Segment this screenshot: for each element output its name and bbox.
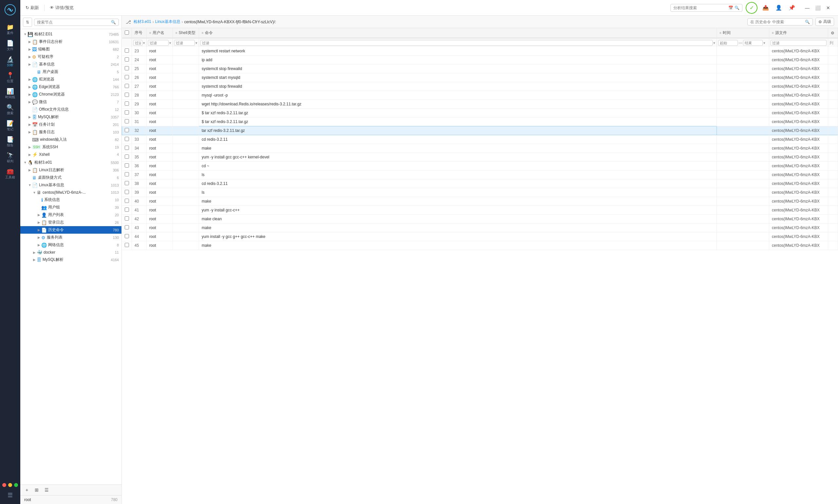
tree-search[interactable]: 🔍 <box>34 19 119 26</box>
minimize-button[interactable]: — <box>803 3 812 13</box>
row-checkbox[interactable] <box>125 199 129 203</box>
maximize-dot[interactable] <box>14 483 18 487</box>
row-checkbox-cell[interactable] <box>122 170 132 179</box>
tree-node-user-list[interactable]: ▶ 👤 用户列表 20 <box>20 211 122 219</box>
row-checkbox[interactable] <box>125 119 129 123</box>
row-checkbox[interactable] <box>125 190 129 194</box>
tree-node-office[interactable]: ▶ 📄 Office文件元信息 12 <box>20 106 122 113</box>
table-row[interactable]: 24rootip addcentos(lMwLYD-6mzA-KBX <box>122 56 838 65</box>
row-checkbox-cell[interactable] <box>122 223 132 232</box>
tree-node-jc2[interactable]: ▼ 💾 检材2.E01 73485 <box>20 31 122 38</box>
tree-node-history-cmd[interactable]: ▶ 📄 历史命令 780 <box>20 226 122 234</box>
row-checkbox-cell[interactable] <box>122 73 132 82</box>
toggle-win-input[interactable]: ▶ <box>28 138 32 141</box>
toggle-user-group[interactable]: ▶ <box>37 205 41 209</box>
status-button[interactable]: ✓ <box>746 2 757 14</box>
col-settings-icon[interactable]: 列 <box>830 40 834 45</box>
toggle-desktop-sc[interactable]: ▶ <box>28 176 32 179</box>
tree-node-desktop-sc[interactable]: ▶ 🖥 桌面快捷方式 6 <box>20 174 122 181</box>
row-checkbox[interactable] <box>125 49 129 53</box>
tree-search-input[interactable] <box>37 20 111 24</box>
table-row[interactable]: 25rootsystemctl stop firewalldcentos(lMw… <box>122 65 838 73</box>
history-search-bar[interactable]: 🔍 <box>747 18 813 25</box>
toggle-xshell[interactable]: ▶ <box>28 153 32 157</box>
table-row[interactable]: 39rootlscentos(lMwLYD-6mzA-KBX <box>122 188 838 197</box>
table-row[interactable]: 29rootwget http://download.Redis.io/rele… <box>122 100 838 109</box>
row-checkbox-cell[interactable] <box>122 241 132 250</box>
toggle-office[interactable]: ▶ <box>28 108 32 111</box>
toggle-login-log[interactable]: ▶ <box>37 220 41 224</box>
row-checkbox-cell[interactable] <box>122 91 132 100</box>
search-btn-icon[interactable]: 🔍 <box>734 5 739 10</box>
tree-node-login-log[interactable]: ▶ 📋 登录日志 26 <box>20 219 122 226</box>
refresh-button[interactable]: ↻ 刷新 <box>25 5 39 11</box>
filter-user-cell[interactable]: ▾ <box>147 39 173 47</box>
toggle-docker[interactable]: ▶ <box>32 251 37 254</box>
toggle-mysql2[interactable]: ▶ <box>32 258 37 262</box>
th-settings[interactable]: ⚙ <box>828 28 838 38</box>
table-row[interactable]: 42rootmake cleancentos(lMwLYD-6mzA-KBX <box>122 215 838 223</box>
toggle-centos[interactable]: ▼ <box>32 191 37 194</box>
toggle-service-log[interactable]: ▶ <box>28 130 32 134</box>
tree-node-user-desktop[interactable]: ▶ 🖥 用户桌面 5 <box>20 68 122 76</box>
row-checkbox-cell[interactable] <box>122 179 132 188</box>
toggle-task[interactable]: ▶ <box>28 123 32 126</box>
row-checkbox[interactable] <box>125 93 129 97</box>
row-checkbox[interactable] <box>125 225 129 230</box>
row-checkbox-cell[interactable] <box>122 188 132 197</box>
cmd-filter-input[interactable] <box>200 40 713 46</box>
row-checkbox-cell[interactable] <box>122 162 132 170</box>
sidebar-item-timeline[interactable]: 📊 时间线 <box>0 86 20 102</box>
source-filter-input[interactable] <box>770 40 826 46</box>
row-checkbox[interactable] <box>125 110 129 114</box>
filter-time-cell[interactable]: — ▾ <box>717 39 769 47</box>
table-row[interactable]: 44rootyum install -y gcc g++ gcc-c++ mak… <box>122 232 838 241</box>
user-button[interactable]: 👤 <box>774 3 784 13</box>
shell-filter-icon[interactable]: ▾ <box>195 41 197 45</box>
tree-node-event-log[interactable]: ▶ 📋 事件日志分析 10631 <box>20 38 122 46</box>
row-checkbox-cell[interactable] <box>122 56 132 65</box>
table-row[interactable]: 45rootmakecentos(lMwLYD-6mzA-KBX <box>122 241 838 250</box>
tree-list-button[interactable]: ☰ <box>42 486 50 494</box>
toggle-mysql1[interactable]: ▶ <box>28 115 32 119</box>
table-row[interactable]: 37rootlscentos(lMwLYD-6mzA-KBX <box>122 170 838 179</box>
row-checkbox[interactable] <box>125 208 129 212</box>
export-button[interactable]: 📤 <box>761 3 770 13</box>
sidebar-item-location[interactable]: 📍 位置 <box>0 70 20 86</box>
tree-node-thumbnail[interactable]: ▶ 🖼 缩略图 682 <box>20 46 122 53</box>
toggle-edge[interactable]: ▶ <box>28 85 32 89</box>
toggle-sys-info[interactable]: ▶ <box>37 198 41 202</box>
row-checkbox-cell[interactable] <box>122 47 132 56</box>
breadcrumb-item-1[interactable]: 检材3.e01 <box>133 19 151 24</box>
row-checkbox-cell[interactable] <box>122 118 132 126</box>
settings-icon[interactable]: ⚙ <box>831 31 834 35</box>
tree-grid-button[interactable]: ⊞ <box>33 486 40 494</box>
table-row[interactable]: 40rootmakecentos(lMwLYD-6mzA-KBX <box>122 197 838 206</box>
tree-node-sys-info[interactable]: ▶ ℹ 系统信息 10 <box>20 196 122 203</box>
tree-node-user-group[interactable]: ▶ 👥 用户组 39 <box>20 203 122 211</box>
toggle-linux-log[interactable]: ▶ <box>28 168 32 172</box>
row-checkbox-cell[interactable] <box>122 100 132 109</box>
table-row[interactable]: 36rootcd ~centos(lMwLYD-6mzA-KBX <box>122 162 838 170</box>
time-filter-icon[interactable]: ▾ <box>763 41 765 45</box>
filter-shell-cell[interactable]: ▾ <box>173 39 199 47</box>
tree-node-runnable[interactable]: ▶ ⚙ 可疑程序 2 <box>20 53 122 60</box>
toggle-thumbnail[interactable]: ▶ <box>28 48 32 51</box>
tree-node-docker[interactable]: ▶ 🐳 docker 11 <box>20 249 122 256</box>
table-row[interactable]: 28rootmysql -uroot -pcentos(lMwLYD-6mzA-… <box>122 91 838 100</box>
select-all-checkbox[interactable] <box>125 31 129 35</box>
detail-button[interactable]: 👁 详情/预览 <box>50 5 74 11</box>
row-checkbox[interactable] <box>125 75 129 79</box>
row-checkbox[interactable] <box>125 128 129 132</box>
toggle-linux-basic[interactable]: ▼ <box>28 183 32 187</box>
toggle-runnable[interactable]: ▶ <box>28 55 32 58</box>
toggle-user-desktop[interactable]: ▶ <box>32 70 37 74</box>
row-checkbox-cell[interactable] <box>122 144 132 153</box>
tree-node-centos[interactable]: ▼ 🖥 centos(lMwLYD-6mzA-... 1013 <box>20 189 122 196</box>
row-checkbox-cell[interactable] <box>122 82 132 91</box>
row-checkbox-cell[interactable] <box>122 65 132 73</box>
sidebar-item-research[interactable]: 🔭 研判 <box>0 150 20 166</box>
tree-node-mysql2[interactable]: ▶ 🗄 MySQL解析 4164 <box>20 256 122 264</box>
close-button[interactable]: ✕ <box>824 3 833 13</box>
tree-node-xshell[interactable]: ▶ ⚡ Xshell 4 <box>20 151 122 158</box>
